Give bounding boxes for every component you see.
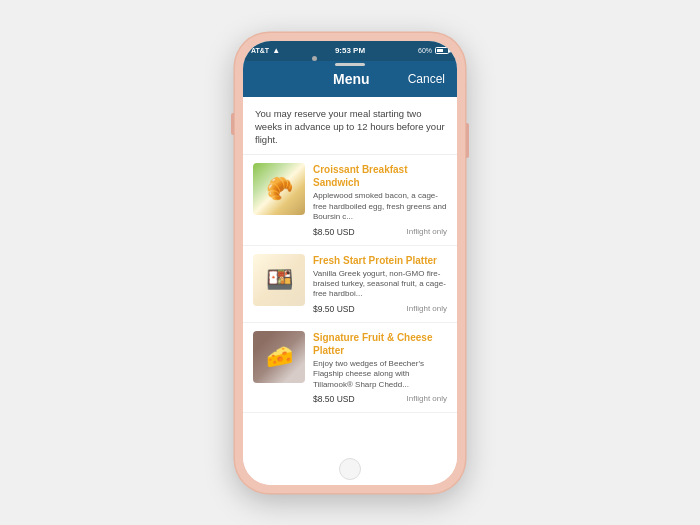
content-area: You may reserve your meal starting two w…	[243, 97, 457, 453]
item-details-0: Croissant Breakfast Sandwich Applewood s…	[313, 163, 447, 236]
status-bar: AT&T ▲ 9:53 PM 60%	[243, 41, 457, 61]
item-price-2: $8.50 USD	[313, 394, 355, 404]
menu-item[interactable]: Fresh Start Protein Platter Vanilla Gree…	[243, 246, 457, 323]
item-price-1: $9.50 USD	[313, 304, 355, 314]
item-desc-0: Applewood smoked bacon, a cage-free hard…	[313, 191, 447, 222]
battery-fill	[437, 49, 443, 52]
status-right: 60%	[418, 47, 449, 54]
speaker	[335, 63, 365, 66]
menu-list: Croissant Breakfast Sandwich Applewood s…	[243, 155, 457, 413]
item-name-1: Fresh Start Protein Platter	[313, 254, 447, 267]
item-footer-2: $8.50 USD Inflight only	[313, 394, 447, 404]
item-details-2: Signature Fruit & Cheese Platter Enjoy t…	[313, 331, 447, 404]
item-image-2	[253, 331, 305, 383]
cancel-button[interactable]: Cancel	[408, 72, 445, 86]
item-availability-1: Inflight only	[407, 304, 447, 313]
item-details-1: Fresh Start Protein Platter Vanilla Gree…	[313, 254, 447, 314]
home-button-area	[243, 453, 457, 485]
intro-text: You may reserve your meal starting two w…	[243, 97, 457, 156]
item-name-2: Signature Fruit & Cheese Platter	[313, 331, 447, 357]
item-availability-0: Inflight only	[407, 227, 447, 236]
battery-icon	[435, 47, 449, 54]
nav-title: Menu	[333, 71, 370, 87]
item-footer-0: $8.50 USD Inflight only	[313, 227, 447, 237]
camera-dot	[312, 56, 317, 61]
item-desc-2: Enjoy two wedges of Beecher's Flagship c…	[313, 359, 447, 390]
home-button[interactable]	[339, 458, 361, 480]
menu-item[interactable]: Signature Fruit & Cheese Platter Enjoy t…	[243, 323, 457, 413]
item-image-1	[253, 254, 305, 306]
status-time: 9:53 PM	[335, 46, 365, 55]
item-name-0: Croissant Breakfast Sandwich	[313, 163, 447, 189]
item-price-0: $8.50 USD	[313, 227, 355, 237]
nav-bar: Menu Cancel	[243, 61, 457, 97]
item-desc-1: Vanilla Greek yogurt, non-GMO fire-brais…	[313, 269, 447, 300]
carrier-label: AT&T	[251, 47, 269, 54]
menu-item[interactable]: Croissant Breakfast Sandwich Applewood s…	[243, 155, 457, 245]
status-left: AT&T ▲	[251, 46, 280, 55]
phone-frame: AT&T ▲ 9:53 PM 60% Menu Cancel You may r…	[235, 33, 465, 493]
wifi-icon: ▲	[272, 46, 280, 55]
phone-screen: AT&T ▲ 9:53 PM 60% Menu Cancel You may r…	[243, 41, 457, 485]
battery-percent: 60%	[418, 47, 432, 54]
item-availability-2: Inflight only	[407, 394, 447, 403]
item-footer-1: $9.50 USD Inflight only	[313, 304, 447, 314]
item-image-0	[253, 163, 305, 215]
